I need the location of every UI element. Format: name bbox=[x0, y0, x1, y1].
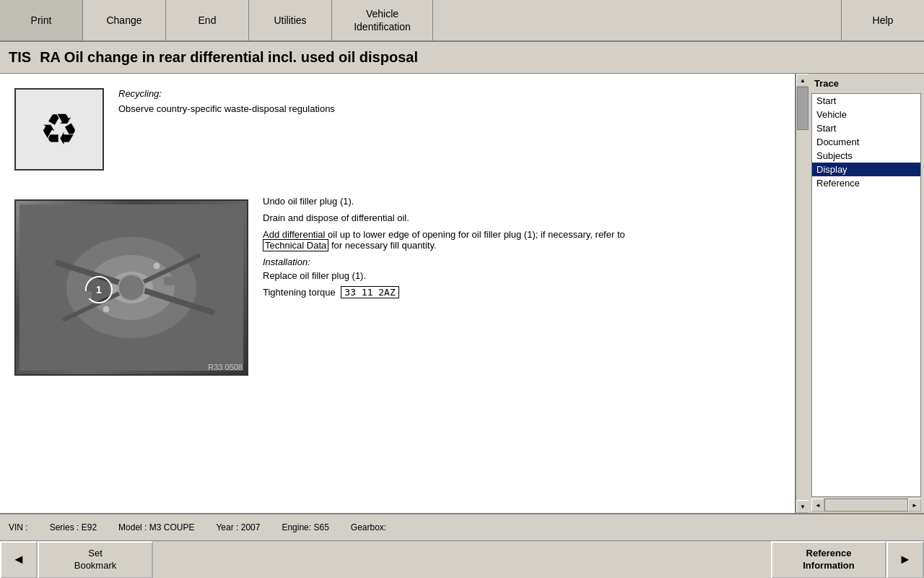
technical-data-link[interactable]: Technical Data bbox=[263, 239, 328, 251]
mechanic-svg: 1 bbox=[19, 204, 243, 371]
instructions-section: 1 R33 0508 bbox=[14, 192, 780, 385]
svg-point-9 bbox=[153, 262, 160, 269]
menu-bar: Print Change End Utilities VehicleIdenti… bbox=[0, 0, 924, 42]
trace-panel: Trace Start Vehicle Start Document Subje… bbox=[808, 74, 924, 513]
menu-print[interactable]: Print bbox=[0, 0, 83, 40]
svg-rect-11 bbox=[164, 277, 193, 285]
menu-change[interactable]: Change bbox=[83, 0, 166, 40]
trace-item-display[interactable]: Display bbox=[812, 163, 920, 176]
title-bar: TIS RA Oil change in rear differential i… bbox=[0, 42, 924, 74]
engine-label: Engine: S65 bbox=[282, 522, 328, 532]
image-caption: R33 0508 bbox=[208, 363, 243, 371]
reference-information-button[interactable]: ReferenceInformation bbox=[771, 541, 886, 579]
trace-item-document[interactable]: Document bbox=[812, 135, 920, 149]
trace-item-vehicle[interactable]: Vehicle bbox=[812, 108, 920, 121]
svg-rect-12 bbox=[70, 291, 92, 298]
scroll-down-arrow[interactable]: ▼ bbox=[796, 500, 808, 513]
trace-header: Trace bbox=[808, 74, 924, 93]
scroll-up-arrow[interactable]: ▲ bbox=[796, 74, 808, 87]
trace-item-start-2[interactable]: Start bbox=[812, 121, 920, 135]
model-label: Model : M3 COUPE bbox=[118, 522, 194, 532]
menu-help[interactable]: Help bbox=[841, 0, 924, 40]
next-button[interactable]: ► bbox=[886, 541, 924, 579]
menu-vehicle-identification[interactable]: VehicleIdentification bbox=[332, 0, 433, 40]
content-scrollbar[interactable]: ▲ ▼ bbox=[796, 74, 808, 513]
series-label: Series : E92 bbox=[50, 522, 97, 532]
svg-text:1: 1 bbox=[96, 284, 102, 296]
page-title: RA Oil change in rear differential incl.… bbox=[40, 49, 418, 66]
bookmark-button[interactable]: SetBookmark bbox=[38, 541, 153, 579]
bottom-bar: ◄ SetBookmark ReferenceInformation ► bbox=[0, 540, 924, 578]
scrollbar-thumb[interactable] bbox=[797, 87, 808, 130]
status-bar: VIN : Series : E92 Model : M3 COUPE Year… bbox=[0, 513, 924, 540]
step3-text: Add differential oil up to lower edge of… bbox=[263, 229, 667, 251]
year-label: Year : 2007 bbox=[216, 522, 260, 532]
step1-text: Undo oil filler plug (1). bbox=[263, 196, 667, 207]
gearbox-label: Gearbox: bbox=[351, 522, 386, 532]
vin-label: VIN : bbox=[9, 522, 28, 532]
recycling-text: Observe country-specific waste-disposal … bbox=[118, 103, 335, 114]
installation-label: Installation: bbox=[263, 256, 667, 267]
trace-list: Start Vehicle Start Document Subjects Di… bbox=[811, 93, 921, 497]
mechanic-image-container: 1 R33 0508 bbox=[14, 192, 248, 385]
trace-scroll-track bbox=[824, 499, 908, 512]
step2-text: Drain and dispose of differential oil. bbox=[263, 212, 667, 223]
trace-hscrollbar[interactable]: ◄ ► bbox=[811, 499, 921, 512]
trace-item-subjects[interactable]: Subjects bbox=[812, 149, 920, 163]
trace-item-start-1[interactable]: Start bbox=[812, 94, 920, 108]
step5-text: Tightening torque 33 11 2AZ bbox=[263, 287, 667, 298]
trace-item-reference[interactable]: Reference bbox=[812, 176, 920, 190]
menu-utilities[interactable]: Utilities bbox=[249, 0, 332, 40]
title-prefix: TIS bbox=[9, 49, 31, 66]
svg-point-10 bbox=[103, 306, 110, 313]
recycling-label: Recycling: bbox=[118, 88, 335, 99]
recycling-section: ♻ Recycling: Observe country-specific wa… bbox=[14, 81, 780, 178]
content-area: ♻ Recycling: Observe country-specific wa… bbox=[0, 74, 796, 513]
prev-button[interactable]: ◄ bbox=[0, 541, 38, 579]
main-area: ♻ Recycling: Observe country-specific wa… bbox=[0, 74, 924, 513]
trace-scroll-right[interactable]: ► bbox=[908, 499, 921, 512]
svg-point-6 bbox=[118, 275, 144, 301]
step4-text: Replace oil filler plug (1). bbox=[263, 270, 667, 281]
torque-code: 33 11 2AZ bbox=[341, 286, 398, 298]
trace-scroll-left[interactable]: ◄ bbox=[811, 499, 824, 512]
menu-end[interactable]: End bbox=[166, 0, 249, 40]
recycling-image: ♻ bbox=[14, 81, 104, 178]
